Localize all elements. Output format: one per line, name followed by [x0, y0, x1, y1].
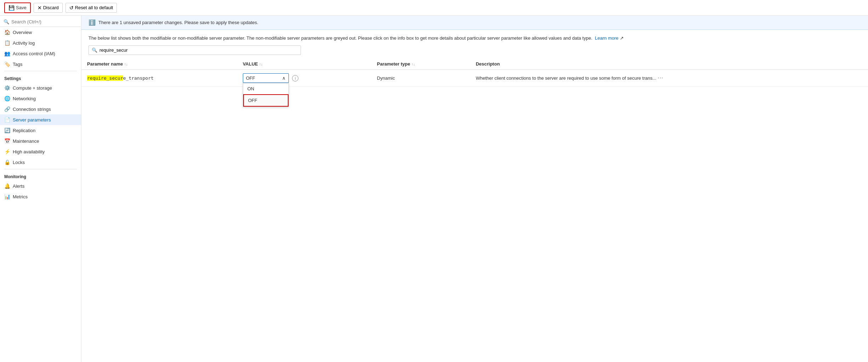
sidebar-item-label: Compute + storage: [13, 85, 52, 91]
parameter-search-input[interactable]: [99, 47, 298, 53]
sidebar-item-server-parameters[interactable]: 📄 Server parameters: [0, 114, 81, 125]
alerts-icon: 🔔: [4, 183, 10, 189]
sidebar-item-label: Activity log: [13, 40, 35, 46]
search-icon: 🔍: [4, 19, 9, 24]
save-icon: 💾: [8, 5, 15, 11]
description-content: The below list shows both the modifiable…: [88, 35, 592, 41]
col-param-name: Parameter name ↑↓: [81, 58, 237, 70]
col-param-type: Parameter type ↑↓: [371, 58, 470, 70]
sidebar-item-metrics[interactable]: 📊 Metrics: [0, 191, 81, 202]
save-label: Save: [16, 5, 27, 10]
sidebar-item-label: High availability: [13, 149, 45, 154]
activity-log-icon: 📋: [4, 40, 10, 46]
sidebar-item-overview[interactable]: 🏠 Overview: [0, 27, 81, 38]
learn-more-link[interactable]: Learn more: [595, 35, 618, 41]
sidebar: 🔍 🏠 Overview 📋 Activity log 👥 Access con…: [0, 16, 81, 362]
sidebar-item-label: Maintenance: [13, 138, 39, 144]
tags-icon: 🏷️: [4, 61, 10, 67]
monitoring-section-label: Monitoring: [0, 171, 81, 181]
sidebar-divider-1: [4, 71, 77, 71]
sidebar-item-locks[interactable]: 🔒 Locks: [0, 157, 81, 168]
sidebar-item-label: Networking: [13, 96, 36, 101]
discard-label: Discard: [43, 5, 59, 10]
sidebar-item-maintenance[interactable]: 📅 Maintenance: [0, 136, 81, 146]
sidebar-item-replication[interactable]: 🔄 Replication: [0, 125, 81, 136]
value-dropdown-container: OFF ∧ ON OFF: [243, 73, 289, 83]
parameter-table: Parameter name ↑↓ VALUE ↑↓ Parameter typ…: [81, 58, 868, 87]
search-input[interactable]: [11, 19, 78, 24]
sort-icon-param-type[interactable]: ↑↓: [411, 62, 415, 66]
sidebar-item-label: Metrics: [13, 194, 28, 199]
sort-icon-param-name[interactable]: ↑↓: [124, 62, 128, 66]
dropdown-option-off[interactable]: OFF: [243, 94, 289, 107]
compute-storage-icon: ⚙️: [4, 85, 10, 91]
toolbar: 💾 Save ✕ Discard ↺ Reset all to default: [0, 0, 868, 16]
maintenance-icon: 📅: [4, 138, 10, 144]
access-control-icon: 👥: [4, 51, 10, 56]
sort-icon-value[interactable]: ↑↓: [259, 62, 263, 66]
param-name-rest: e_transport: [123, 75, 154, 81]
value-dropdown-trigger[interactable]: OFF ∧: [243, 73, 289, 83]
sidebar-item-label: Overview: [13, 30, 32, 35]
table-header-row: Parameter name ↑↓ VALUE ↑↓ Parameter typ…: [81, 58, 868, 70]
value-dropdown-menu: ON OFF: [243, 83, 289, 107]
sidebar-item-label: Server parameters: [13, 117, 51, 123]
reset-icon: ↺: [69, 5, 74, 11]
high-availability-icon: ⚡: [4, 149, 10, 154]
dropdown-option-on[interactable]: ON: [243, 83, 289, 94]
description-text: The below list shows both the modifiable…: [81, 30, 868, 45]
cell-description: Whether client connections to the server…: [470, 69, 868, 86]
dropdown-current-value: OFF: [246, 75, 255, 81]
param-type-value: Dynamic: [377, 75, 395, 81]
sidebar-item-access-control[interactable]: 👥 Access control (IAM): [0, 48, 81, 59]
sidebar-divider-2: [4, 169, 77, 169]
sidebar-item-high-availability[interactable]: ⚡ High availability: [0, 146, 81, 157]
value-info-button[interactable]: i: [292, 75, 298, 81]
content-area: ℹ️ There are 1 unsaved parameter changes…: [81, 16, 868, 362]
discard-button[interactable]: ✕ Discard: [34, 3, 63, 13]
sidebar-item-label: Access control (IAM): [13, 51, 55, 56]
description-value: Whether client connections to the server…: [476, 75, 656, 81]
sidebar-item-networking[interactable]: 🌐 Networking: [0, 93, 81, 104]
overview-icon: 🏠: [4, 29, 10, 35]
sidebar-search-container[interactable]: 🔍: [0, 17, 81, 27]
discard-icon: ✕: [38, 5, 42, 11]
reset-label: Reset all to default: [75, 5, 113, 10]
save-button[interactable]: 💾 Save: [4, 2, 31, 13]
metrics-icon: 📊: [4, 194, 10, 199]
replication-icon: 🔄: [4, 128, 10, 133]
sidebar-item-tags[interactable]: 🏷️ Tags: [0, 59, 81, 69]
sidebar-item-alerts[interactable]: 🔔 Alerts: [0, 181, 81, 191]
sidebar-item-label: Replication: [13, 128, 35, 133]
parameter-search-container[interactable]: 🔍: [88, 45, 301, 55]
sidebar-item-connection-strings[interactable]: 🔗 Connection strings: [0, 104, 81, 114]
table-row: require_secure_transport OFF ∧ ON: [81, 69, 868, 86]
connection-strings-icon: 🔗: [4, 106, 10, 112]
server-parameters-icon: 📄: [4, 117, 10, 123]
sidebar-item-label: Locks: [13, 160, 25, 165]
main-layout: 🔍 🏠 Overview 📋 Activity log 👥 Access con…: [0, 16, 868, 362]
param-name-highlight: require_secur: [87, 75, 123, 81]
locks-icon: 🔒: [4, 159, 10, 165]
col-description: Descripton: [470, 58, 868, 70]
info-banner-icon: ℹ️: [88, 19, 96, 26]
sidebar-item-compute-storage[interactable]: ⚙️ Compute + storage: [0, 83, 81, 93]
settings-section-label: Settings: [0, 73, 81, 83]
dropdown-chevron-icon: ∧: [282, 75, 286, 81]
sidebar-item-activity-log[interactable]: 📋 Activity log: [0, 38, 81, 48]
info-banner: ℹ️ There are 1 unsaved parameter changes…: [81, 16, 868, 30]
cell-param-type: Dynamic: [371, 69, 470, 86]
info-banner-text: There are 1 unsaved parameter changes. P…: [98, 20, 258, 25]
cell-value: OFF ∧ ON OFF: [237, 69, 371, 86]
networking-icon: 🌐: [4, 96, 10, 101]
param-search-icon: 🔍: [92, 47, 97, 53]
col-value: VALUE ↑↓: [237, 58, 371, 70]
reset-button[interactable]: ↺ Reset all to default: [65, 3, 117, 13]
sidebar-item-label: Alerts: [13, 183, 24, 189]
sidebar-item-label: Connection strings: [13, 107, 51, 112]
sidebar-item-label: Tags: [13, 62, 22, 67]
more-options-button[interactable]: ···: [658, 75, 663, 81]
cell-param-name: require_secure_transport: [81, 69, 237, 86]
